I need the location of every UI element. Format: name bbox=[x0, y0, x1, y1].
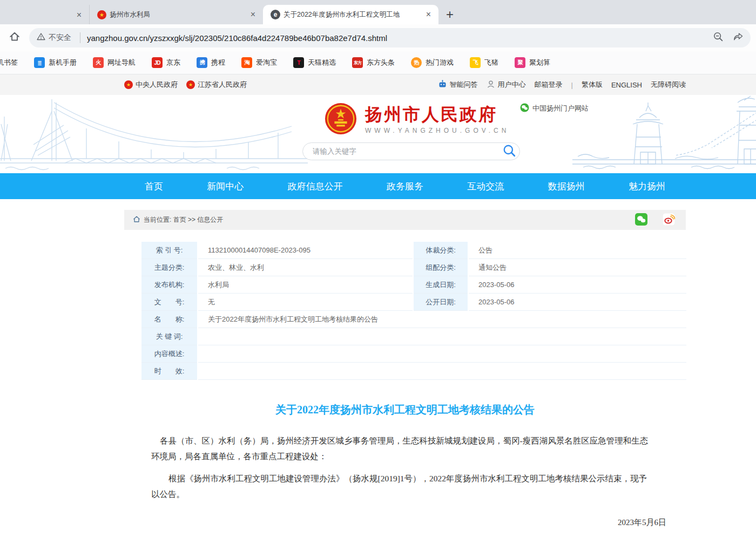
site-favicon-icon: e bbox=[271, 10, 280, 19]
close-icon[interactable]: × bbox=[424, 9, 433, 20]
bookmark-item[interactable]: 聚 聚划算 bbox=[515, 57, 550, 68]
bookmark-label: 天猫精选 bbox=[308, 58, 336, 67]
toutiao-icon: 东方 bbox=[352, 57, 363, 68]
site-header-banner: 扬州市人民政府 WWW.YANGZHOU.GOV.CN 中国扬州门户网站 bbox=[0, 95, 756, 173]
bookmark-item[interactable]: 淘 爱淘宝 bbox=[241, 57, 277, 68]
security-label[interactable]: 不安全 bbox=[49, 33, 71, 43]
bookmark-item[interactable]: T 天猫精选 bbox=[293, 57, 336, 68]
tab-title: 关于2022年度扬州市水利工程文明工地 bbox=[284, 10, 421, 19]
bookmark-item[interactable]: 机书签 bbox=[0, 58, 18, 67]
central-gov-link[interactable]: ★ 中央人民政府 bbox=[124, 80, 178, 90]
bridge-sketch-decoration bbox=[0, 95, 308, 173]
url-text[interactable]: yangzhou.gov.cn/yzszxxgk/slj/202305/210c… bbox=[87, 33, 707, 43]
user-center-label: 用户中心 bbox=[498, 80, 526, 90]
meta-label: 主题分类: bbox=[141, 259, 197, 276]
bookmark-item[interactable]: 携 携程 bbox=[197, 57, 225, 68]
fliggy-icon: 飞 bbox=[470, 57, 481, 68]
site-search[interactable] bbox=[302, 142, 520, 160]
mail-login-link[interactable]: 邮箱登录 bbox=[535, 80, 563, 90]
share-icon[interactable] bbox=[732, 31, 743, 44]
games-icon: 热 bbox=[411, 57, 422, 68]
pagoda-sketch-decoration bbox=[572, 95, 756, 173]
manual-icon: ≣ bbox=[34, 57, 45, 68]
taobao-icon: 淘 bbox=[241, 57, 252, 68]
divider: | bbox=[571, 81, 573, 89]
english-version-link[interactable]: ENGLISH bbox=[611, 81, 642, 89]
traditional-version-link[interactable]: 繁体版 bbox=[582, 80, 603, 90]
meta-value: 通知公告 bbox=[469, 259, 686, 276]
page-content: 当前位置: 首页 >> 信息公开 索 引 号: 1132100001440709… bbox=[124, 210, 686, 538]
browser-toolbar: 不安全 yangzhou.gov.cn/yzszxxgk/slj/202305/… bbox=[0, 24, 756, 51]
weibo-share-icon[interactable] bbox=[663, 213, 675, 227]
meta-value: 2023-05-06 bbox=[469, 276, 686, 294]
smart-qa-link[interactable]: 智能问答 bbox=[438, 79, 478, 90]
nav-item-interaction[interactable]: 互动交流 bbox=[467, 180, 504, 193]
portal-label: 中国扬州门户网站 bbox=[532, 104, 589, 113]
bookmark-item[interactable]: 火 网址导航 bbox=[93, 57, 136, 68]
meta-label: 生成日期: bbox=[414, 276, 468, 294]
smart-qa-label: 智能问答 bbox=[450, 80, 478, 90]
site-url-text: WWW.YANGZHOU.GOV.CN bbox=[365, 127, 509, 134]
bookmark-item[interactable]: 东方 东方头条 bbox=[352, 57, 395, 68]
bookmark-label: 东方头条 bbox=[367, 58, 395, 67]
mail-login-label: 邮箱登录 bbox=[535, 80, 563, 90]
meta-value: 水利局 bbox=[198, 276, 413, 294]
bookmark-item[interactable]: ≣ 新机手册 bbox=[34, 57, 77, 68]
browser-tab-bar: × ★ 扬州市水利局 × e 关于2022年度扬州市水利工程文明工地 × + bbox=[0, 0, 756, 24]
nav-item-charm[interactable]: 魅力扬州 bbox=[629, 180, 665, 193]
bookmark-item[interactable]: 飞 飞猪 bbox=[470, 57, 498, 68]
partial-tab[interactable]: × bbox=[0, 6, 89, 24]
tab-announcement-active[interactable]: e 关于2022年度扬州市水利工程文明工地 × bbox=[263, 5, 438, 24]
meta-label: 关 键 词: bbox=[141, 328, 197, 345]
meta-label: 内容概述: bbox=[141, 345, 197, 363]
article-paragraph: 根据《扬州市水利工程文明工地建设管理办法》（扬水规[2019]1号），2022年… bbox=[151, 471, 654, 502]
breadcrumb-text[interactable]: 当前位置: 首页 >> 信息公开 bbox=[144, 215, 223, 224]
nav-item-data[interactable]: 数据扬州 bbox=[548, 180, 585, 193]
meta-value bbox=[198, 345, 686, 363]
bookmark-label: 京东 bbox=[166, 58, 180, 67]
home-breadcrumb-icon[interactable] bbox=[133, 215, 140, 224]
article: 关于2022年度扬州市水利工程文明工地考核结果的公告 各县（市、区）水利（务）局… bbox=[124, 403, 686, 538]
tmall-icon: T bbox=[293, 57, 304, 68]
meta-label: 组配分类: bbox=[414, 259, 468, 276]
nav-item-home[interactable]: 首页 bbox=[145, 180, 163, 193]
portal-site-link[interactable]: 中国扬州门户网站 bbox=[520, 103, 589, 114]
search-icon[interactable] bbox=[502, 144, 516, 160]
home-icon[interactable] bbox=[9, 31, 21, 45]
nav-item-services[interactable]: 政务服务 bbox=[387, 180, 423, 193]
gov-topbar: ★ 中央人民政府 ★ 江苏省人民政府 智能问答 用户中心 bbox=[0, 74, 756, 95]
accessibility-link[interactable]: 无障碍阅读 bbox=[651, 80, 686, 90]
bookmark-item[interactable]: JD 京东 bbox=[152, 57, 180, 68]
address-bar[interactable]: 不安全 yangzhou.gov.cn/yzszxxgk/slj/202305/… bbox=[29, 28, 751, 47]
wechat-share-icon[interactable] bbox=[635, 213, 647, 227]
close-icon[interactable]: × bbox=[75, 10, 84, 21]
juhuasuan-icon: 聚 bbox=[515, 57, 525, 68]
nav-item-news[interactable]: 新闻中心 bbox=[207, 180, 244, 193]
breadcrumb: 当前位置: 首页 >> 信息公开 bbox=[124, 210, 686, 230]
meta-value bbox=[198, 328, 686, 345]
english-label: ENGLISH bbox=[611, 81, 642, 89]
article-title: 关于2022年度扬州市水利工程文明工地考核结果的公告 bbox=[124, 403, 686, 417]
bookmark-label: 携程 bbox=[211, 58, 225, 67]
meta-label: 文 号: bbox=[141, 294, 197, 311]
bookmark-item[interactable]: 热 热门游戏 bbox=[411, 57, 454, 68]
search-input[interactable] bbox=[312, 147, 502, 156]
meta-label: 发布机构: bbox=[141, 276, 197, 294]
gov-link-label: 中央人民政府 bbox=[136, 80, 178, 90]
bookmark-label: 新机手册 bbox=[49, 58, 77, 67]
main-navigation: 首页 新闻中心 政府信息公开 政务服务 互动交流 数据扬州 魅力扬州 bbox=[0, 173, 756, 199]
bookmark-label: 聚划算 bbox=[529, 58, 550, 67]
jiangsu-gov-link[interactable]: ★ 江苏省人民政府 bbox=[186, 80, 247, 90]
jd-icon: JD bbox=[152, 57, 163, 68]
document-metadata-table: 索 引 号: 11321000014407098E-2023-095 体裁分类:… bbox=[141, 242, 683, 380]
national-emblem-logo bbox=[324, 102, 357, 138]
new-tab-button[interactable]: + bbox=[446, 7, 454, 22]
tab-shuiliju[interactable]: ★ 扬州市水利局 × bbox=[89, 5, 263, 24]
not-secure-warning-icon bbox=[37, 32, 45, 43]
user-center-link[interactable]: 用户中心 bbox=[487, 80, 526, 90]
nav-item-info-disclosure[interactable]: 政府信息公开 bbox=[288, 180, 343, 193]
bookmark-label: 网址导航 bbox=[107, 58, 136, 67]
close-icon[interactable]: × bbox=[248, 9, 258, 20]
site-title[interactable]: 扬州市人民政府 bbox=[365, 105, 509, 124]
zoom-out-icon[interactable] bbox=[713, 31, 724, 44]
